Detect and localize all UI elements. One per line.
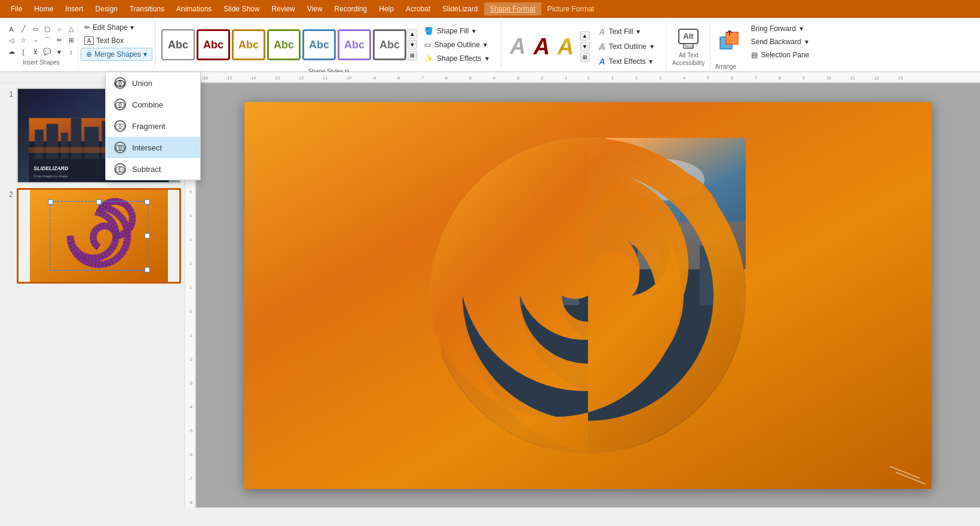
menu-picture-format[interactable]: Picture Format [541,2,601,16]
shape-callout-btn[interactable]: 💬 [42,47,53,57]
svg-text:-3: -3 [189,381,192,385]
shape-outline-icon: ▭ [424,41,431,49]
svg-text:3: 3 [659,76,662,80]
menu-view[interactable]: View [301,2,329,16]
subtract-icon [114,163,126,175]
wordart-scroll-expand[interactable]: ⊞ [580,53,590,62]
scroll-down[interactable]: ▼ [408,40,417,50]
dropdown-intersect[interactable]: Intersect [106,137,200,158]
menu-file[interactable]: File [5,2,28,16]
shape-curve-btn[interactable]: ⌒ [42,35,53,46]
slide-thumb-2[interactable] [17,188,181,284]
menu-recording[interactable]: Recording [329,2,373,16]
shape-tri-btn[interactable]: △ [66,24,76,35]
menu-insert[interactable]: Insert [59,2,89,16]
svg-text:-6: -6 [189,453,192,457]
menu-shape-format[interactable]: Shape Format [484,2,541,16]
edit-shape-icon: ✏ [84,23,90,32]
wordart-a-gold[interactable]: A [555,31,577,62]
fragment-icon [114,120,126,132]
bring-forward-icon-btn[interactable] [716,26,743,57]
merge-shapes-btn[interactable]: ⊕ Merge Shapes ▾ [81,48,152,61]
shape-cloud-btn[interactable]: ☁ [6,47,17,57]
menu-review[interactable]: Review [265,2,301,16]
shape-more-btn[interactable]: ⊞ [66,35,76,46]
shape-freeform-btn[interactable]: ✏ [54,35,65,46]
wordart-a-dark[interactable]: A [531,31,553,62]
swatch-3[interactable]: Abc [267,29,301,60]
send-backward-btn[interactable]: Send Backward ▾ [748,36,813,48]
shape-fill-btn[interactable]: 🪣 Shape Fill ▾ [419,25,494,37]
text-box-btn[interactable]: A Text Box [81,35,152,47]
menu-design[interactable]: Design [89,2,123,16]
svg-text:1: 1 [611,76,614,80]
shape-rect-btn[interactable]: ▭ [30,24,41,35]
svg-text:5: 5 [189,190,192,194]
menu-slidelizard[interactable]: SlideLizard [436,2,483,16]
text-outline-label: Text Outline [609,42,647,51]
shape-arrow-btn[interactable]: → [30,35,41,46]
menu-transitions[interactable]: Transitions [124,2,170,16]
svg-point-144 [119,167,124,172]
swatch-1[interactable]: Abc [197,29,230,60]
svg-text:-8: -8 [396,76,400,80]
svg-rect-60 [97,199,102,204]
swatch-2[interactable]: Abc [232,29,265,60]
menu-acrobat[interactable]: Acrobat [400,2,436,16]
wordart-a-gray[interactable]: A [507,31,529,62]
dropdown-subtract[interactable]: Subtract [106,158,200,180]
menu-slideshow[interactable]: Slide Show [218,2,265,16]
swatch-6[interactable]: Abc [373,29,406,60]
union-label: Union [132,79,152,88]
wordart-scroll-down[interactable]: ▼ [580,42,590,51]
svg-text:-4: -4 [189,405,192,409]
shape-bracket-btn[interactable]: { [18,47,29,57]
scroll-expand[interactable]: ⊞ [408,51,417,60]
shape-scroll-btn[interactable]: ↕ [66,47,76,57]
text-effects-chevron: ▾ [649,57,653,66]
swatch-5[interactable]: Abc [338,29,371,60]
shape-outline-btn[interactable]: ▭ Shape Outline ▾ [419,39,494,51]
shape-heart-btn[interactable]: ♥ [54,47,65,57]
text-outline-btn[interactable]: A Text Outline ▾ [595,40,659,53]
svg-text:-2: -2 [189,357,192,361]
selection-pane-btn[interactable]: ▤ Selection Pane [748,49,813,61]
shape-effects-label: Shape Effects [437,54,482,63]
menu-help[interactable]: Help [373,2,400,16]
svg-text:-2: -2 [540,76,543,80]
dropdown-combine[interactable]: Combine [106,94,200,115]
slide-content-svg [244,102,932,489]
svg-text:-5: -5 [189,429,192,433]
text-effects-btn[interactable]: A Text Effects ▾ [595,55,659,68]
svg-text:Crop images to shape: Crop images to shape [33,174,68,178]
shape-rtri-btn[interactable]: ◁ [6,35,17,46]
text-fill-icon: A [599,27,605,36]
slide-canvas[interactable] [196,83,980,507]
menu-home[interactable]: Home [28,2,59,16]
shape-line-btn[interactable]: ╱ [18,24,29,35]
shape-circle-btn[interactable]: ○ [54,24,65,35]
shape-styles-group: Abc Abc Abc Abc Abc Abc Abc ▲ ▼ ⊞ 🪣 Sh [157,20,501,69]
scroll-up[interactable]: ▲ [408,29,417,39]
bring-forward-label: Bring Forward [751,24,796,33]
text-fill-btn[interactable]: A Text Fill ▾ [595,25,659,38]
shape-star-btn[interactable]: ☆ [18,35,29,46]
wordart-scroll-up[interactable]: ▲ [580,31,590,41]
alt-text-btn[interactable]: Alt Text [674,23,703,52]
ruler-horizontal: -16 -15 -14 -13 -12 -11 -10 -9 -8 -7 -6 … [196,72,980,83]
shape-roundrect-btn[interactable]: ▢ [42,24,53,35]
dropdown-fragment[interactable]: Fragment [106,115,200,137]
shape-connector-btn[interactable]: ⊻ [30,47,41,57]
shape-effects-btn[interactable]: ✨ Shape Effects ▾ [419,53,494,64]
swatch-4[interactable]: Abc [302,29,336,60]
svg-text:5: 5 [707,76,709,80]
svg-rect-46 [61,133,68,159]
menu-animations[interactable]: Animations [170,2,218,16]
edit-shape-btn[interactable]: ✏ Edit Shape ▾ [81,21,152,33]
dropdown-union[interactable]: Union [106,72,200,94]
swatch-0[interactable]: Abc [161,29,195,60]
bring-forward-btn[interactable]: Bring Forward ▾ [748,23,813,35]
svg-text:2: 2 [189,262,192,266]
svg-text:-1: -1 [189,333,192,337]
shape-text-btn[interactable]: A [6,24,17,35]
